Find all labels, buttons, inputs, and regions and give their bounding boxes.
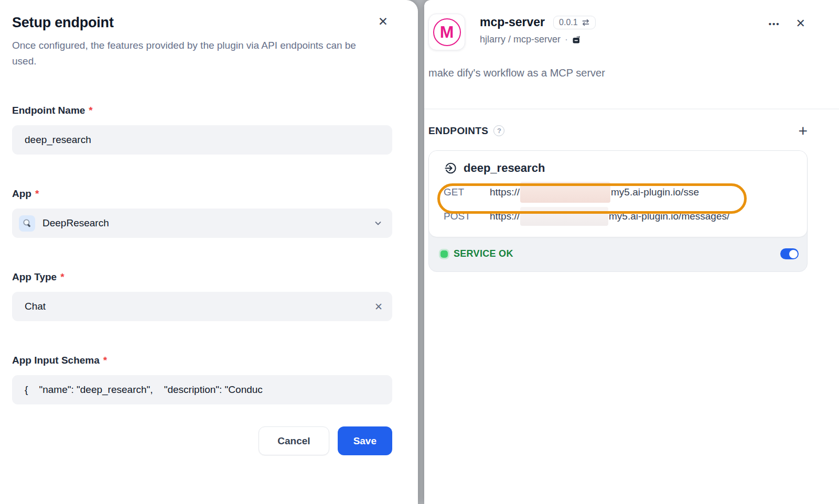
plugin-name: mcp-server [480,15,545,29]
chevron-down-icon [373,218,383,228]
plugin-avatar: M [428,14,465,50]
endpoint-name-group: Endpoint Name* [12,105,392,155]
url-prefix: https:// [490,187,520,198]
close-icon[interactable]: ✕ [796,18,805,29]
enter-arrow-icon [444,161,457,175]
endpoint-url[interactable]: https:// my5.ai-plugin.io/sse [490,182,699,203]
toggle-knob [789,250,798,258]
required-asterisk: * [103,355,107,366]
plugin-description: make dify's workflow as a MCP server [424,67,839,79]
add-endpoint-icon[interactable]: + [798,123,808,139]
required-asterisk: * [35,188,39,199]
url-suffix: my5.ai-plugin.io/messages/ [609,211,729,222]
app-type-value: Chat [25,301,374,312]
endpoint-url[interactable]: https:// my5.ai-plugin.io/messages/ [490,207,729,226]
app-input-schema-group: App Input Schema* [12,355,392,404]
app-group: App* DeepResearch [12,188,392,238]
package-source-icon [572,35,581,44]
app-select-value: DeepResearch [42,217,373,229]
more-menu-icon[interactable]: ••• [769,20,780,28]
app-select[interactable]: DeepResearch [12,209,392,238]
cancel-button[interactable]: Cancel [259,426,329,455]
endpoint-name-input[interactable] [12,125,392,155]
close-icon[interactable]: ✕ [378,16,388,28]
modal-title: Setup endpoint [12,15,392,31]
status-dot-icon [440,250,448,258]
endpoint-name-label: Endpoint Name [12,105,85,116]
endpoint-route-post: POST https:// my5.ai-plugin.io/messages/ [444,204,797,228]
required-asterisk: * [60,271,64,282]
endpoint-enabled-toggle[interactable] [780,248,799,259]
app-input-schema-label: App Input Schema [12,355,100,366]
modal-description: Once configured, the features provided b… [12,38,363,69]
plugin-detail-panel: M mcp-server 0.0.1 [424,0,839,504]
version-badge[interactable]: 0.0.1 [553,16,596,29]
app-type-group: App Type* Chat ✕ [12,271,392,321]
endpoint-route-get: GET https:// my5.ai-plugin.io/sse [444,180,797,204]
required-asterisk: * [89,105,92,116]
plugin-author-path: hjlarry / mcp-server [480,34,561,45]
endpoints-section-title: ENDPOINTS [428,125,488,137]
endpoint-card: deep_research GET https:// my5.ai-plugin… [428,150,808,272]
service-status-text: SERVICE OK [454,248,513,259]
app-input-schema-input[interactable] [12,375,392,404]
separator-dot: · [565,34,568,45]
http-method: POST [444,211,490,222]
endpoint-name: deep_research [464,161,545,175]
redaction-overlay [520,207,608,226]
endpoint-card-main: deep_research GET https:// my5.ai-plugin… [429,151,807,237]
url-prefix: https:// [490,211,520,222]
setup-endpoint-modal: Setup endpoint ✕ Once configured, the fe… [0,0,418,504]
http-method: GET [444,187,490,198]
endpoint-card-footer: SERVICE OK [429,237,807,271]
screen: Setup endpoint ✕ Once configured, the fe… [0,0,839,504]
clear-icon[interactable]: ✕ [374,302,383,312]
avatar-letter: M [440,24,454,40]
version-number: 0.0.1 [559,18,578,27]
redaction-overlay [520,182,610,203]
app-type-label: App Type [12,271,57,282]
swap-version-icon [582,19,590,26]
save-button[interactable]: Save [338,426,392,455]
app-type-field[interactable]: Chat ✕ [12,292,392,321]
search-icon [19,215,35,232]
url-suffix: my5.ai-plugin.io/sse [611,187,699,198]
help-icon[interactable]: ? [493,125,504,136]
app-label: App [12,188,31,199]
